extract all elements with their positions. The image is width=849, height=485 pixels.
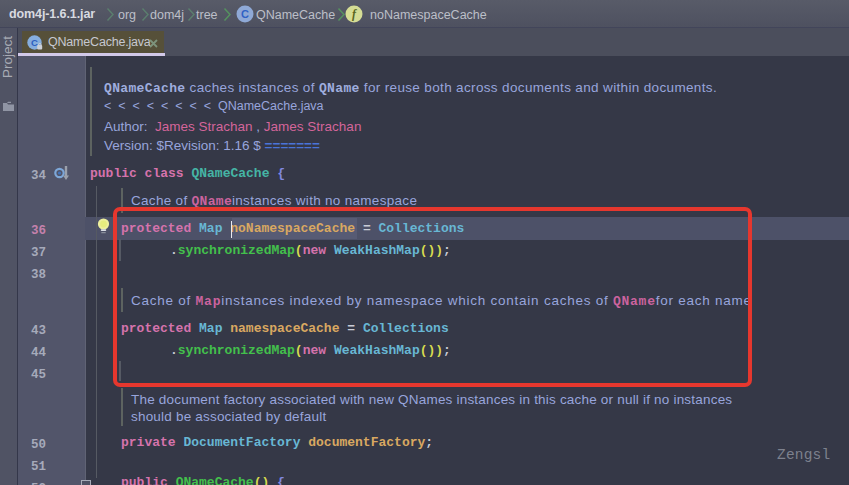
svg-text:C: C <box>31 37 38 48</box>
svg-text:C: C <box>241 8 249 20</box>
